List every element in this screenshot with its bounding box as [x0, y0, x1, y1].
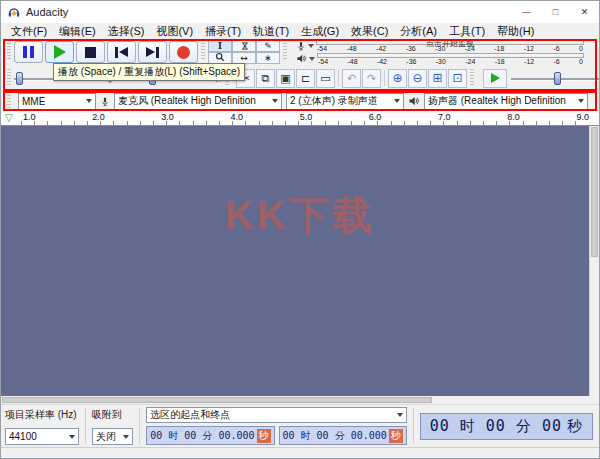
- meter-tick: -12: [524, 45, 534, 52]
- maximize-button[interactable]: □: [541, 1, 570, 23]
- monitor-hint-label: 点击开始监视: [426, 39, 474, 48]
- app-window: Audacity — □ ✕ 文件(F) 编辑(E) 选择(S) 视图(V) 播…: [0, 0, 600, 459]
- toolbar-grip[interactable]: [201, 43, 205, 61]
- minimize-button[interactable]: —: [512, 1, 541, 23]
- menu-item-tools[interactable]: 工具(T): [443, 24, 491, 39]
- toolbar-grip[interactable]: [470, 69, 474, 87]
- recording-channels-select[interactable]: 2 (立体声) 录制声道: [286, 93, 404, 110]
- skip-to-start-button[interactable]: [107, 41, 136, 63]
- horizontal-scrollbar[interactable]: [1, 396, 599, 404]
- menu-item-help[interactable]: 帮助(H): [491, 24, 540, 39]
- fit-selection-button[interactable]: ⊞: [428, 69, 447, 88]
- meter-tick: -36: [406, 45, 416, 52]
- toolbar-grip[interactable]: [283, 43, 287, 61]
- stop-button[interactable]: [76, 41, 105, 63]
- envelope-tool-button[interactable]: ⋈: [232, 40, 256, 52]
- fit-project-button[interactable]: ⊡: [448, 69, 467, 88]
- stop-icon: [85, 47, 96, 58]
- timeline-ruler[interactable]: ▽ 1.0 2.0 3.0 4.0 5.0 6.0 7.0 8.0 9.0: [1, 111, 599, 126]
- ruler-label: 3.0: [161, 112, 174, 122]
- play-start-marker-icon[interactable]: ▽: [5, 111, 13, 125]
- play-speed-slider[interactable]: [511, 72, 599, 85]
- menu-item-effect[interactable]: 效果(C): [345, 24, 394, 39]
- playback-meter-scale: -54 -48 -42 -36 -30 -24 -18 -12 -6 0: [317, 58, 584, 65]
- silence-audio-button[interactable]: ▭: [316, 69, 335, 88]
- zoom-in-button[interactable]: ⊕: [388, 69, 407, 88]
- microphone-icon: [100, 95, 110, 108]
- slider-thumb[interactable]: [16, 72, 23, 85]
- edit-toolbar: ✂ ⧉ ▣ ⊏ ▭ ↶ ↷ ⊕ ⊖ ⊞ ⊡: [236, 69, 467, 88]
- play-at-speed-toolbar: [483, 69, 599, 88]
- copy-button[interactable]: ⧉: [256, 69, 275, 88]
- trim-audio-button[interactable]: ⊏: [296, 69, 315, 88]
- toolbar-grip[interactable]: [7, 69, 11, 87]
- selection-tool-icon: I: [218, 41, 222, 51]
- meter-tick: -24: [465, 58, 475, 65]
- menu-item-generate[interactable]: 生成(G): [295, 24, 345, 39]
- draw-tool-button[interactable]: ✎: [256, 40, 280, 52]
- menu-item-view[interactable]: 视图(V): [150, 24, 199, 39]
- separator: [85, 408, 86, 444]
- recording-device-select[interactable]: 麦克风 (Realtek High Definition: [114, 93, 282, 110]
- draw-tool-icon: ✎: [264, 41, 272, 51]
- vertical-scrollbar[interactable]: [589, 126, 599, 396]
- audio-position-field[interactable]: 00 时 00 分 00 秒: [420, 413, 593, 440]
- fit-project-icon: ⊡: [452, 73, 462, 84]
- close-button[interactable]: ✕: [570, 1, 599, 23]
- zoom-out-button[interactable]: ⊖: [408, 69, 427, 88]
- paste-icon: ▣: [280, 73, 290, 84]
- meter-dropdown-icon[interactable]: [309, 57, 315, 61]
- meter-tick: 0: [579, 58, 583, 65]
- undo-button[interactable]: ↶: [342, 69, 361, 88]
- selection-range-mode-select[interactable]: 选区的起点和终点: [146, 407, 407, 423]
- playback-device-select[interactable]: 扬声器 (Realtek High Definition: [424, 93, 588, 110]
- paste-button[interactable]: ▣: [276, 69, 295, 88]
- menu-item-file[interactable]: 文件(F): [5, 24, 53, 39]
- menu-item-tracks[interactable]: 轨道(T): [247, 24, 295, 39]
- chevron-down-icon: [123, 435, 129, 439]
- menu-item-analyze[interactable]: 分析(A): [394, 24, 443, 39]
- selection-tool-button[interactable]: I: [208, 40, 232, 52]
- meter-tick: 0: [579, 45, 583, 52]
- toolbar-grip[interactable]: [7, 43, 11, 61]
- toolbar-area: I ⋈ ✎ ↔ ∗: [1, 39, 599, 111]
- toolbar-grip[interactable]: [7, 92, 11, 110]
- track-area[interactable]: KK下载: [1, 126, 599, 396]
- project-rate-label: 项目采样率 (Hz): [5, 407, 79, 422]
- pause-button[interactable]: [14, 41, 43, 63]
- title-bar: Audacity — □ ✕: [1, 1, 599, 23]
- zoom-in-icon: ⊕: [392, 73, 402, 84]
- multi-tool-button[interactable]: ∗: [256, 52, 280, 64]
- redo-icon: ↷: [367, 73, 376, 84]
- meter-tick: -18: [494, 45, 504, 52]
- menu-item-edit[interactable]: 编辑(E): [53, 24, 102, 39]
- meter-tick: -42: [377, 58, 387, 65]
- horizontal-scrollbar-thumb[interactable]: [2, 397, 432, 403]
- play-button[interactable]: [45, 41, 74, 63]
- audacity-logo-icon: [7, 5, 21, 19]
- audio-host-select[interactable]: MME: [18, 93, 96, 110]
- ruler-label: 5.0: [300, 112, 313, 122]
- selection-start-field[interactable]: 00 时 00 分 00.000 秒: [146, 426, 274, 445]
- meter-dropdown-icon[interactable]: [308, 44, 314, 48]
- selection-end-value: 00 时 00 分 00.000: [283, 429, 387, 443]
- selection-end-field[interactable]: 00 时 00 分 00.000 秒: [279, 426, 407, 445]
- menu-item-transport[interactable]: 播录(T): [199, 24, 247, 39]
- skip-to-end-button[interactable]: [138, 41, 167, 63]
- menu-item-select[interactable]: 选择(S): [102, 24, 151, 39]
- meter-tick: -12: [524, 58, 534, 65]
- zoom-out-icon: ⊖: [412, 73, 422, 84]
- meter-tick: -48: [347, 58, 357, 65]
- ruler-label: 1.0: [23, 112, 36, 122]
- playback-meter[interactable]: -54 -48 -42 -36 -30 -24 -18 -12 -6 0: [296, 53, 584, 65]
- selection-end-unit: 秒: [389, 429, 403, 443]
- slider-thumb[interactable]: [554, 72, 561, 85]
- redo-button[interactable]: ↷: [362, 69, 381, 88]
- play-at-speed-button[interactable]: [483, 69, 507, 88]
- project-rate-select[interactable]: 44100: [5, 428, 79, 445]
- vertical-scrollbar-thumb[interactable]: [591, 127, 598, 257]
- record-button[interactable]: [169, 41, 198, 63]
- snap-to-select[interactable]: 关闭: [92, 428, 133, 445]
- silence-icon: ▭: [320, 73, 330, 84]
- recording-meter[interactable]: 点击开始监视 -54 -48 -42 -36 -30 -24 -18 -12 -…: [296, 40, 584, 52]
